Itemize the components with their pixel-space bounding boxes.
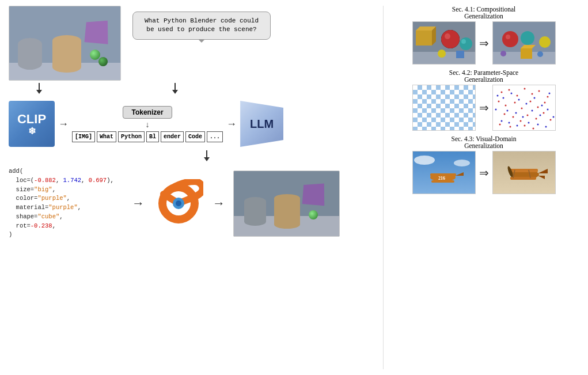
sec42-arrow: ⇒ <box>479 101 489 115</box>
svg-point-73 <box>414 156 435 165</box>
svg-point-64 <box>547 109 548 111</box>
svg-point-61 <box>522 116 523 118</box>
token-ender: ender <box>161 131 184 142</box>
sec42-images: ⇒ <box>388 85 579 131</box>
svg-point-28 <box>523 88 525 90</box>
svg-point-62 <box>531 110 533 112</box>
sec41-input-image <box>412 21 476 65</box>
arrow-question-to-tokenizer <box>172 83 178 94</box>
svg-point-39 <box>503 113 505 115</box>
arrow-tokenizer-down: ↓ <box>146 121 150 129</box>
svg-point-23 <box>537 51 543 57</box>
svg-point-38 <box>544 102 545 104</box>
svg-point-51 <box>502 97 504 99</box>
svg-point-53 <box>518 99 519 101</box>
svg-point-67 <box>516 125 518 127</box>
arrow-clip-to-code <box>36 150 377 161</box>
sec43-input-image: 216 <box>412 151 476 194</box>
svg-point-49 <box>532 128 534 130</box>
svg-point-56 <box>541 105 543 107</box>
token-code: Code <box>185 131 205 142</box>
svg-point-32 <box>498 101 499 103</box>
clip-box: CLIP ❄ <box>9 101 55 147</box>
svg-point-42 <box>526 115 528 116</box>
scene-image <box>9 6 121 81</box>
svg-point-33 <box>504 105 506 107</box>
tokenizer-area: Tokenizer ↓ [IMG] What Python Bl ender C… <box>72 106 223 142</box>
sec42-output-image <box>492 85 556 131</box>
svg-point-44 <box>543 112 544 114</box>
rendered-scene <box>233 171 340 237</box>
svg-point-70 <box>545 126 547 128</box>
sec43-arrow: ⇒ <box>479 166 489 180</box>
svg-point-12 <box>438 50 446 58</box>
svg-rect-20 <box>521 48 532 59</box>
svg-point-45 <box>549 119 551 121</box>
arrow-scene-to-clip <box>36 83 42 94</box>
svg-point-19 <box>539 36 551 48</box>
svg-point-41 <box>519 120 521 122</box>
top-row: What Python Blender code could be used t… <box>9 6 377 81</box>
svg-point-22 <box>500 51 506 56</box>
sec43-output-image <box>492 151 556 194</box>
svg-point-35 <box>521 108 522 109</box>
svg-point-54 <box>525 103 527 105</box>
sec41-images: ⇒ <box>388 21 579 65</box>
arrow-blender-to-render: → <box>213 196 225 211</box>
main-container: What Python Blender code could be used t… <box>0 0 588 375</box>
llm-label: LLM <box>250 118 274 131</box>
svg-point-43 <box>535 118 537 120</box>
clip-label: CLIP <box>17 112 46 127</box>
svg-point-25 <box>500 92 502 93</box>
bottom-row: add( loc=(-0.882, 1.742, 0.697), size="b… <box>9 167 377 240</box>
sec43-images: 216 ⇒ <box>388 151 579 194</box>
svg-point-26 <box>508 89 510 91</box>
arrow-code-to-blender: → <box>132 196 145 211</box>
svg-point-59 <box>506 110 508 112</box>
arrow-clip-to-tokens: → <box>58 118 69 130</box>
svg-point-60 <box>515 112 517 114</box>
svg-point-36 <box>529 101 531 103</box>
svg-rect-13 <box>456 51 464 58</box>
svg-point-65 <box>500 120 502 122</box>
code-block: add( loc=(-0.882, 1.742, 0.697), size="b… <box>9 167 124 240</box>
svg-rect-83 <box>510 177 536 180</box>
arrow-tokens-to-llm: → <box>226 118 237 130</box>
question-area: What Python Blender code could be used t… <box>132 12 271 40</box>
sec41-output-image <box>492 21 556 65</box>
svg-point-34 <box>514 102 515 104</box>
middle-row: CLIP ❄ → Tokenizer ↓ [IMG] What Python B… <box>9 101 377 147</box>
svg-point-27 <box>516 95 518 97</box>
tokens-row: [IMG] What Python Bl ender Code ... <box>72 131 223 142</box>
sec42-input-image <box>412 85 476 131</box>
svg-point-30 <box>538 90 540 92</box>
svg-rect-4 <box>416 31 432 46</box>
sec43-label: Sec. 4.3: Visual-Domain Generalization <box>388 135 579 149</box>
svg-point-55 <box>533 97 535 99</box>
token-what: What <box>97 131 116 142</box>
section-43: Sec. 4.3: Visual-Domain Generalization <box>388 135 579 194</box>
svg-point-68 <box>528 122 529 124</box>
tokenizer-box: Tokenizer <box>123 106 172 119</box>
svg-point-18 <box>521 31 534 45</box>
section-42: Sec. 4.2: Parameter-Space Generalization… <box>388 69 579 131</box>
snowflake-icon: ❄ <box>28 126 36 137</box>
token-img: [IMG] <box>72 131 95 142</box>
svg-point-74 <box>454 160 470 166</box>
svg-rect-82 <box>509 169 538 172</box>
sec41-label: Sec. 4.1: Compositional Generalization <box>388 6 579 20</box>
svg-point-31 <box>547 96 548 98</box>
svg-point-48 <box>523 125 525 127</box>
question-bubble: What Python Blender code could be used t… <box>132 12 271 40</box>
svg-point-16 <box>502 31 518 47</box>
svg-point-29 <box>531 93 533 95</box>
svg-point-37 <box>537 107 538 108</box>
svg-point-47 <box>509 126 511 128</box>
svg-point-9 <box>445 33 450 39</box>
svg-point-17 <box>506 35 510 39</box>
svg-point-57 <box>548 93 550 94</box>
right-panel: Sec. 4.1: Compositional Generalization <box>383 6 579 369</box>
svg-point-10 <box>460 37 472 50</box>
svg-point-69 <box>537 124 538 126</box>
token-dots: ... <box>207 131 223 142</box>
